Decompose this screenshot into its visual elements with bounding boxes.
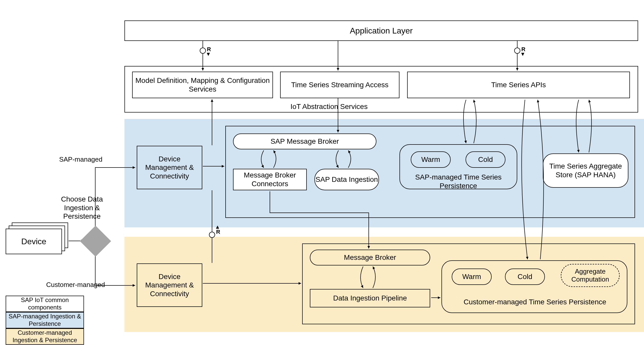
device-card-front: Device — [6, 229, 62, 254]
svg-point-1 — [200, 48, 206, 53]
connectors-svg: R▾ R▾ ▴R — [0, 0, 644, 345]
svg-text:R: R — [216, 229, 220, 235]
svg-text:▾: ▾ — [207, 51, 210, 57]
legend-sap-label: SAP-managed Ingestion & Persistence — [6, 313, 83, 328]
legend-common-label: SAP IoT common components — [6, 296, 83, 311]
device-label: Device — [21, 237, 46, 246]
legend-customer: Customer-managed Ingestion & Persistence — [6, 328, 84, 345]
svg-point-7 — [209, 232, 215, 238]
legend-customer-label: Customer-managed Ingestion & Persistence — [6, 329, 83, 344]
legend-common: SAP IoT common components — [6, 296, 84, 312]
svg-text:▾: ▾ — [521, 51, 524, 57]
legend-sap: SAP-managed Ingestion & Persistence — [6, 312, 84, 328]
svg-point-4 — [514, 48, 520, 53]
